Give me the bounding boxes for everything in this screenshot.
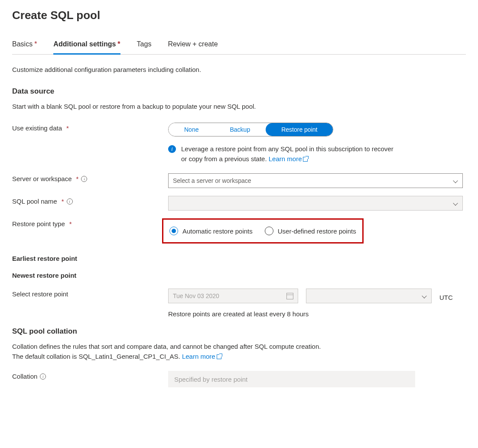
restore-helper-text: Restore points are created at least ever… xyxy=(168,310,463,318)
date-value: Tue Nov 03 2020 xyxy=(173,292,219,299)
server-workspace-select[interactable]: Select a server or workspace xyxy=(168,173,463,188)
select-placeholder: Select a server or workspace xyxy=(173,177,251,184)
external-link-icon xyxy=(217,354,221,359)
learn-more-link[interactable]: Learn more xyxy=(269,155,308,162)
required-mark: * xyxy=(62,198,64,205)
radio-icon xyxy=(265,227,273,235)
info-icon[interactable]: i xyxy=(81,176,87,182)
section-collation: SQL pool collation xyxy=(12,327,466,336)
info-icon: i xyxy=(168,145,176,153)
radio-label: Automatic restore points xyxy=(182,227,253,235)
chevron-down-icon xyxy=(422,293,427,299)
sql-pool-name-label: SQL pool name* i xyxy=(12,196,168,205)
tab-additional-settings[interactable]: Additional settings* xyxy=(53,37,120,55)
restore-date-input: Tue Nov 03 2020 xyxy=(168,289,298,303)
section-data-source: Data source xyxy=(12,87,466,96)
required-mark: * xyxy=(117,40,120,48)
info-icon[interactable]: i xyxy=(67,198,73,205)
collation-learn-more-link[interactable]: Learn more xyxy=(182,353,221,360)
sql-pool-name-select xyxy=(168,196,463,211)
data-source-description: Start with a blank SQL pool or restore f… xyxy=(12,102,466,112)
server-workspace-label: Server or workspace* i xyxy=(12,173,168,182)
restore-time-select xyxy=(306,289,432,303)
select-restore-point-label: Select restore point xyxy=(12,289,168,298)
radio-user-defined-restore[interactable]: User-defined restore points xyxy=(265,227,356,235)
info-icon[interactable]: i xyxy=(40,373,46,380)
collation-input: Specified by restore point xyxy=(168,371,415,387)
tab-tags[interactable]: Tags xyxy=(137,37,152,54)
seg-restore-point[interactable]: Restore point xyxy=(266,123,333,136)
seg-none[interactable]: None xyxy=(169,123,214,136)
required-mark: * xyxy=(66,124,69,132)
radio-icon xyxy=(169,227,178,235)
earliest-restore-label: Earliest restore point xyxy=(12,253,168,262)
external-link-icon xyxy=(303,157,308,162)
use-existing-data-label: Use existing data* xyxy=(12,123,168,132)
radio-automatic-restore[interactable]: Automatic restore points xyxy=(169,227,253,235)
chevron-down-icon xyxy=(453,201,458,206)
tab-label: Additional settings xyxy=(53,40,116,48)
collation-description: Collation defines the rules that sort an… xyxy=(12,342,466,361)
tab-label: Tags xyxy=(137,40,152,48)
radio-label: User-defined restore points xyxy=(278,227,356,235)
page-title: Create SQL pool xyxy=(12,9,466,22)
tabs: Basics* Additional settings* Tags Review… xyxy=(12,37,466,55)
timezone-label: UTC xyxy=(439,291,453,301)
seg-backup[interactable]: Backup xyxy=(214,123,266,136)
required-mark: * xyxy=(76,175,79,182)
restore-point-type-label: Restore point type* xyxy=(12,218,168,227)
tab-label: Basics xyxy=(12,40,33,48)
collation-label: Collation i xyxy=(12,371,168,380)
required-mark: * xyxy=(34,40,37,48)
required-mark: * xyxy=(69,220,72,227)
calendar-icon xyxy=(286,293,293,299)
info-banner: i Leverage a restore point from any SQL … xyxy=(168,144,393,164)
newest-restore-label: Newest restore point xyxy=(12,270,168,279)
tab-review-create[interactable]: Review + create xyxy=(168,37,218,54)
tab-basics[interactable]: Basics* xyxy=(12,37,37,54)
use-existing-data-toggle: None Backup Restore point xyxy=(168,123,333,136)
chevron-down-icon xyxy=(453,178,458,183)
restore-type-highlight: Automatic restore points User-defined re… xyxy=(162,218,364,243)
tab-label: Review + create xyxy=(168,40,218,48)
intro-text: Customize additional configuration param… xyxy=(12,65,466,75)
